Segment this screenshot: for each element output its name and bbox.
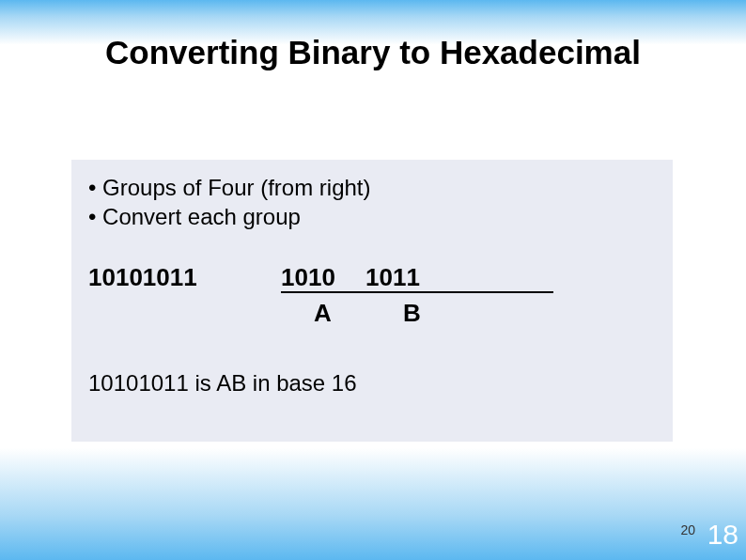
bullet-item: • Convert each group <box>88 202 656 231</box>
binary-group-1: 1010 <box>281 263 335 292</box>
underline <box>281 291 553 293</box>
page-number-small: 20 <box>680 522 695 537</box>
page-number-large: 18 <box>707 519 738 551</box>
hex-digit-1: A <box>314 299 332 328</box>
source-binary: 10101011 <box>88 263 197 292</box>
conversion-hex-row: A B <box>88 299 656 331</box>
hex-digit-2: B <box>403 299 421 328</box>
bullet-text: Convert each group <box>102 204 301 229</box>
conversion-block: 10101011 1010 1011 A B <box>88 263 656 331</box>
bullet-list: • Groups of Four (from right) • Convert … <box>88 173 656 231</box>
bullet-text: Groups of Four (from right) <box>102 175 370 200</box>
binary-group-2: 1011 <box>365 263 420 292</box>
content-box: • Groups of Four (from right) • Convert … <box>71 160 673 442</box>
slide-title: Converting Binary to Hexadecimal <box>0 34 746 71</box>
conversion-binary-row: 10101011 1010 1011 <box>88 263 656 295</box>
result-line: 10101011 is AB in base 16 <box>88 370 656 397</box>
bullet-item: • Groups of Four (from right) <box>88 173 656 202</box>
